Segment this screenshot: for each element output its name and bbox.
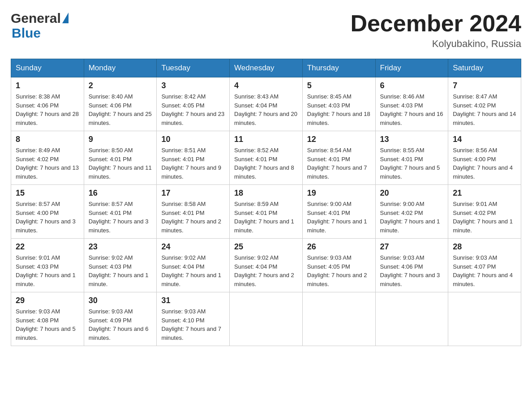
table-row: 29 Sunrise: 9:03 AMSunset: 4:08 PMDaylig… [11, 292, 84, 346]
header-monday: Monday [84, 59, 157, 77]
table-row: 10 Sunrise: 8:51 AMSunset: 4:01 PMDaylig… [157, 131, 230, 185]
day-number: 12 [307, 135, 371, 144]
table-row: 22 Sunrise: 9:01 AMSunset: 4:03 PMDaylig… [11, 239, 84, 292]
header-friday: Friday [375, 59, 448, 77]
header-thursday: Thursday [302, 59, 375, 77]
day-number: 17 [161, 188, 225, 198]
day-number: 11 [234, 135, 298, 144]
table-row: 27 Sunrise: 9:03 AMSunset: 4:06 PMDaylig… [375, 239, 448, 292]
day-info: Sunrise: 9:00 AMSunset: 4:02 PMDaylight:… [380, 200, 444, 235]
calendar-subtitle: Kolyubakino, Russia [350, 38, 521, 50]
day-number: 18 [234, 188, 298, 198]
logo: General Blue [11, 11, 69, 40]
day-info: Sunrise: 8:57 AMSunset: 4:01 PMDaylight:… [89, 200, 152, 235]
logo-triangle-icon [62, 13, 69, 23]
calendar-week-row: 22 Sunrise: 9:01 AMSunset: 4:03 PMDaylig… [11, 239, 521, 292]
day-info: Sunrise: 8:40 AMSunset: 4:06 PMDaylight:… [89, 92, 152, 127]
table-row: 5 Sunrise: 8:45 AMSunset: 4:03 PMDayligh… [302, 77, 375, 131]
day-info: Sunrise: 8:57 AMSunset: 4:00 PMDaylight:… [16, 200, 79, 235]
header-wednesday: Wednesday [230, 59, 303, 77]
day-number: 23 [89, 242, 152, 252]
page-header: General Blue December 2024 Kolyubakino, … [11, 11, 521, 50]
table-row: 23 Sunrise: 9:02 AMSunset: 4:03 PMDaylig… [84, 239, 157, 292]
table-row [375, 292, 448, 346]
day-info: Sunrise: 8:55 AMSunset: 4:01 PMDaylight:… [380, 146, 444, 181]
table-row: 8 Sunrise: 8:49 AMSunset: 4:02 PMDayligh… [11, 131, 84, 185]
calendar-week-row: 29 Sunrise: 9:03 AMSunset: 4:08 PMDaylig… [11, 292, 521, 346]
table-row: 31 Sunrise: 9:03 AMSunset: 4:10 PMDaylig… [157, 292, 230, 346]
day-number: 7 [453, 81, 516, 90]
table-row: 13 Sunrise: 8:55 AMSunset: 4:01 PMDaylig… [375, 131, 448, 185]
day-info: Sunrise: 8:49 AMSunset: 4:02 PMDaylight:… [16, 146, 79, 181]
day-number: 3 [161, 81, 225, 90]
logo-blue-text: Blue [12, 26, 41, 40]
header-tuesday: Tuesday [157, 59, 230, 77]
table-row: 26 Sunrise: 9:03 AMSunset: 4:05 PMDaylig… [302, 239, 375, 292]
calendar-week-row: 8 Sunrise: 8:49 AMSunset: 4:02 PMDayligh… [11, 131, 521, 185]
day-info: Sunrise: 8:52 AMSunset: 4:01 PMDaylight:… [234, 146, 298, 181]
day-number: 15 [16, 188, 79, 198]
day-info: Sunrise: 8:56 AMSunset: 4:00 PMDaylight:… [453, 146, 516, 181]
table-row: 1 Sunrise: 8:38 AMSunset: 4:06 PMDayligh… [11, 77, 84, 131]
day-number: 2 [89, 81, 152, 90]
table-row: 28 Sunrise: 9:03 AMSunset: 4:07 PMDaylig… [448, 239, 521, 292]
table-row: 12 Sunrise: 8:54 AMSunset: 4:01 PMDaylig… [302, 131, 375, 185]
table-row: 17 Sunrise: 8:58 AMSunset: 4:01 PMDaylig… [157, 185, 230, 239]
day-info: Sunrise: 8:38 AMSunset: 4:06 PMDaylight:… [16, 92, 79, 127]
calendar-table: Sunday Monday Tuesday Wednesday Thursday… [11, 59, 521, 346]
table-row: 7 Sunrise: 8:47 AMSunset: 4:02 PMDayligh… [448, 77, 521, 131]
day-number: 31 [161, 296, 225, 305]
day-info: Sunrise: 9:02 AMSunset: 4:04 PMDaylight:… [234, 253, 298, 288]
day-number: 19 [307, 188, 371, 198]
day-info: Sunrise: 9:01 AMSunset: 4:03 PMDaylight:… [16, 253, 79, 288]
day-number: 8 [16, 135, 79, 144]
table-row: 4 Sunrise: 8:43 AMSunset: 4:04 PMDayligh… [230, 77, 303, 131]
table-row: 18 Sunrise: 8:59 AMSunset: 4:01 PMDaylig… [230, 185, 303, 239]
day-info: Sunrise: 8:42 AMSunset: 4:05 PMDaylight:… [161, 92, 225, 127]
day-info: Sunrise: 9:03 AMSunset: 4:10 PMDaylight:… [161, 307, 225, 342]
header-sunday: Sunday [11, 59, 84, 77]
day-info: Sunrise: 9:03 AMSunset: 4:06 PMDaylight:… [380, 253, 444, 288]
day-info: Sunrise: 8:58 AMSunset: 4:01 PMDaylight:… [161, 200, 225, 235]
day-number: 9 [89, 135, 152, 144]
day-info: Sunrise: 8:59 AMSunset: 4:01 PMDaylight:… [234, 200, 298, 235]
table-row [302, 292, 375, 346]
day-info: Sunrise: 9:03 AMSunset: 4:09 PMDaylight:… [89, 307, 152, 342]
day-number: 28 [453, 242, 516, 252]
calendar-title: December 2024 [350, 11, 521, 36]
day-info: Sunrise: 9:03 AMSunset: 4:07 PMDaylight:… [453, 253, 516, 288]
weekday-header-row: Sunday Monday Tuesday Wednesday Thursday… [11, 59, 521, 77]
day-number: 25 [234, 242, 298, 252]
day-info: Sunrise: 9:02 AMSunset: 4:04 PMDaylight:… [161, 253, 225, 288]
table-row [230, 292, 303, 346]
calendar-week-row: 1 Sunrise: 8:38 AMSunset: 4:06 PMDayligh… [11, 77, 521, 131]
table-row: 3 Sunrise: 8:42 AMSunset: 4:05 PMDayligh… [157, 77, 230, 131]
table-row: 6 Sunrise: 8:46 AMSunset: 4:03 PMDayligh… [375, 77, 448, 131]
calendar-week-row: 15 Sunrise: 8:57 AMSunset: 4:00 PMDaylig… [11, 185, 521, 239]
table-row: 9 Sunrise: 8:50 AMSunset: 4:01 PMDayligh… [84, 131, 157, 185]
day-number: 21 [453, 188, 516, 198]
table-row: 16 Sunrise: 8:57 AMSunset: 4:01 PMDaylig… [84, 185, 157, 239]
day-info: Sunrise: 8:45 AMSunset: 4:03 PMDaylight:… [307, 92, 371, 127]
table-row: 15 Sunrise: 8:57 AMSunset: 4:00 PMDaylig… [11, 185, 84, 239]
day-number: 26 [307, 242, 371, 252]
day-info: Sunrise: 9:03 AMSunset: 4:08 PMDaylight:… [16, 307, 79, 342]
day-info: Sunrise: 8:43 AMSunset: 4:04 PMDaylight:… [234, 92, 298, 127]
day-info: Sunrise: 9:00 AMSunset: 4:01 PMDaylight:… [307, 200, 371, 235]
table-row: 21 Sunrise: 9:01 AMSunset: 4:02 PMDaylig… [448, 185, 521, 239]
day-info: Sunrise: 9:02 AMSunset: 4:03 PMDaylight:… [89, 253, 152, 288]
day-info: Sunrise: 9:01 AMSunset: 4:02 PMDaylight:… [453, 200, 516, 235]
header-saturday: Saturday [448, 59, 521, 77]
day-number: 13 [380, 135, 444, 144]
day-number: 27 [380, 242, 444, 252]
day-number: 16 [89, 188, 152, 198]
day-info: Sunrise: 9:03 AMSunset: 4:05 PMDaylight:… [307, 253, 371, 288]
day-number: 4 [234, 81, 298, 90]
table-row [448, 292, 521, 346]
day-number: 1 [16, 81, 79, 90]
table-row: 25 Sunrise: 9:02 AMSunset: 4:04 PMDaylig… [230, 239, 303, 292]
day-info: Sunrise: 8:46 AMSunset: 4:03 PMDaylight:… [380, 92, 444, 127]
day-number: 30 [89, 296, 152, 305]
day-info: Sunrise: 8:47 AMSunset: 4:02 PMDaylight:… [453, 92, 516, 127]
day-number: 24 [161, 242, 225, 252]
